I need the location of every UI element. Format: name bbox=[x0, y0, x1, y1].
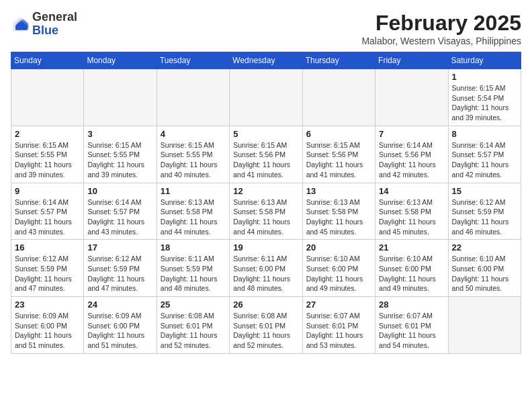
day-number: 12 bbox=[233, 186, 298, 196]
day-info: Sunrise: 6:12 AM Sunset: 5:59 PM Dayligh… bbox=[87, 254, 152, 293]
calendar-week-row: 16Sunrise: 6:12 AM Sunset: 5:59 PM Dayli… bbox=[11, 240, 521, 297]
page-header: General Blue February 2025 Malabor, West… bbox=[11, 11, 521, 46]
day-number: 8 bbox=[452, 129, 517, 139]
day-number: 9 bbox=[15, 186, 80, 196]
day-info: Sunrise: 6:13 AM Sunset: 5:58 PM Dayligh… bbox=[306, 197, 371, 237]
calendar-day-cell: 8Sunrise: 6:14 AM Sunset: 5:57 PM Daylig… bbox=[448, 126, 521, 183]
day-info: Sunrise: 6:12 AM Sunset: 5:59 PM Dayligh… bbox=[15, 254, 80, 293]
day-info: Sunrise: 6:09 AM Sunset: 6:00 PM Dayligh… bbox=[87, 311, 152, 351]
calendar-day-cell: 26Sunrise: 6:08 AM Sunset: 6:01 PM Dayli… bbox=[230, 297, 302, 354]
day-info: Sunrise: 6:15 AM Sunset: 5:55 PM Dayligh… bbox=[15, 140, 80, 180]
day-info: Sunrise: 6:15 AM Sunset: 5:55 PM Dayligh… bbox=[161, 140, 226, 180]
day-number: 25 bbox=[161, 300, 226, 310]
day-number: 6 bbox=[306, 129, 371, 139]
day-number: 13 bbox=[306, 186, 371, 196]
day-number: 3 bbox=[87, 129, 152, 139]
day-number: 17 bbox=[87, 242, 152, 253]
day-info: Sunrise: 6:14 AM Sunset: 5:56 PM Dayligh… bbox=[379, 140, 444, 180]
calendar-day-cell: 11Sunrise: 6:13 AM Sunset: 5:58 PM Dayli… bbox=[157, 183, 229, 240]
day-number: 23 bbox=[15, 300, 80, 310]
calendar-day-cell: 27Sunrise: 6:07 AM Sunset: 6:01 PM Dayli… bbox=[302, 297, 375, 354]
logo-blue-text: Blue bbox=[32, 24, 58, 37]
calendar-day-cell: 7Sunrise: 6:14 AM Sunset: 5:56 PM Daylig… bbox=[375, 126, 448, 183]
day-number: 10 bbox=[87, 186, 152, 196]
day-of-week-header: Sunday bbox=[11, 52, 84, 69]
day-info: Sunrise: 6:08 AM Sunset: 6:01 PM Dayligh… bbox=[161, 311, 226, 351]
calendar-day-cell: 15Sunrise: 6:12 AM Sunset: 5:59 PM Dayli… bbox=[448, 183, 521, 240]
calendar-day-cell: 19Sunrise: 6:11 AM Sunset: 6:00 PM Dayli… bbox=[230, 240, 302, 297]
calendar-day-cell: 21Sunrise: 6:10 AM Sunset: 6:00 PM Dayli… bbox=[375, 240, 448, 297]
calendar-week-row: 9Sunrise: 6:14 AM Sunset: 5:57 PM Daylig… bbox=[11, 183, 521, 240]
day-number: 24 bbox=[87, 300, 152, 310]
day-info: Sunrise: 6:13 AM Sunset: 5:58 PM Dayligh… bbox=[233, 197, 298, 237]
day-info: Sunrise: 6:14 AM Sunset: 5:57 PM Dayligh… bbox=[15, 197, 80, 237]
day-of-week-header: Wednesday bbox=[230, 52, 302, 69]
day-number: 18 bbox=[161, 242, 226, 253]
calendar-day-cell: 4Sunrise: 6:15 AM Sunset: 5:55 PM Daylig… bbox=[157, 126, 229, 183]
calendar-day-cell bbox=[230, 69, 302, 126]
day-info: Sunrise: 6:11 AM Sunset: 6:00 PM Dayligh… bbox=[233, 254, 298, 293]
day-info: Sunrise: 6:10 AM Sunset: 6:00 PM Dayligh… bbox=[306, 254, 371, 293]
day-info: Sunrise: 6:10 AM Sunset: 6:00 PM Dayligh… bbox=[452, 254, 517, 293]
logo: General Blue bbox=[11, 11, 77, 38]
logo-general-text: General bbox=[32, 10, 77, 24]
day-number: 5 bbox=[233, 129, 298, 139]
day-info: Sunrise: 6:15 AM Sunset: 5:55 PM Dayligh… bbox=[87, 140, 152, 180]
day-info: Sunrise: 6:13 AM Sunset: 5:58 PM Dayligh… bbox=[161, 197, 226, 237]
day-of-week-header: Saturday bbox=[448, 52, 521, 69]
day-of-week-header: Thursday bbox=[302, 52, 375, 69]
calendar-day-cell bbox=[11, 69, 84, 126]
day-info: Sunrise: 6:09 AM Sunset: 6:00 PM Dayligh… bbox=[15, 311, 80, 351]
calendar-day-cell: 20Sunrise: 6:10 AM Sunset: 6:00 PM Dayli… bbox=[302, 240, 375, 297]
day-number: 1 bbox=[452, 72, 517, 82]
day-number: 11 bbox=[161, 186, 226, 196]
calendar-day-cell: 14Sunrise: 6:13 AM Sunset: 5:58 PM Dayli… bbox=[375, 183, 448, 240]
calendar-day-cell: 22Sunrise: 6:10 AM Sunset: 6:00 PM Dayli… bbox=[448, 240, 521, 297]
calendar-day-cell: 23Sunrise: 6:09 AM Sunset: 6:00 PM Dayli… bbox=[11, 297, 84, 354]
calendar-day-cell bbox=[375, 69, 448, 126]
day-number: 14 bbox=[379, 186, 444, 196]
calendar-week-row: 1Sunrise: 6:15 AM Sunset: 5:54 PM Daylig… bbox=[11, 69, 521, 126]
day-info: Sunrise: 6:15 AM Sunset: 5:56 PM Dayligh… bbox=[233, 140, 298, 180]
day-info: Sunrise: 6:12 AM Sunset: 5:59 PM Dayligh… bbox=[452, 197, 517, 237]
calendar-day-cell: 1Sunrise: 6:15 AM Sunset: 5:54 PM Daylig… bbox=[448, 69, 521, 126]
day-info: Sunrise: 6:15 AM Sunset: 5:54 PM Dayligh… bbox=[452, 83, 517, 123]
day-number: 4 bbox=[161, 129, 226, 139]
location: Malabor, Western Visayas, Philippines bbox=[361, 36, 521, 46]
calendar-header-row: SundayMondayTuesdayWednesdayThursdayFrid… bbox=[11, 52, 521, 69]
day-number: 2 bbox=[15, 129, 80, 139]
day-info: Sunrise: 6:14 AM Sunset: 5:57 PM Dayligh… bbox=[452, 140, 517, 180]
calendar-day-cell: 13Sunrise: 6:13 AM Sunset: 5:58 PM Dayli… bbox=[302, 183, 375, 240]
day-info: Sunrise: 6:10 AM Sunset: 6:00 PM Dayligh… bbox=[379, 254, 444, 293]
calendar-day-cell: 9Sunrise: 6:14 AM Sunset: 5:57 PM Daylig… bbox=[11, 183, 84, 240]
calendar-table: SundayMondayTuesdayWednesdayThursdayFrid… bbox=[11, 52, 521, 354]
day-info: Sunrise: 6:07 AM Sunset: 6:01 PM Dayligh… bbox=[306, 311, 371, 351]
day-info: Sunrise: 6:08 AM Sunset: 6:01 PM Dayligh… bbox=[233, 311, 298, 351]
month-year: February 2025 bbox=[361, 11, 521, 36]
day-info: Sunrise: 6:07 AM Sunset: 6:01 PM Dayligh… bbox=[379, 311, 444, 351]
calendar-day-cell: 17Sunrise: 6:12 AM Sunset: 5:59 PM Dayli… bbox=[84, 240, 157, 297]
calendar-week-row: 2Sunrise: 6:15 AM Sunset: 5:55 PM Daylig… bbox=[11, 126, 521, 183]
title-block: February 2025 Malabor, Western Visayas, … bbox=[361, 11, 521, 46]
calendar-day-cell bbox=[84, 69, 157, 126]
day-info: Sunrise: 6:15 AM Sunset: 5:56 PM Dayligh… bbox=[306, 140, 371, 180]
day-number: 21 bbox=[379, 242, 444, 253]
calendar-week-row: 23Sunrise: 6:09 AM Sunset: 6:00 PM Dayli… bbox=[11, 297, 521, 354]
logo-icon bbox=[11, 15, 30, 34]
calendar-day-cell bbox=[448, 297, 521, 354]
calendar-day-cell: 25Sunrise: 6:08 AM Sunset: 6:01 PM Dayli… bbox=[157, 297, 229, 354]
day-number: 26 bbox=[233, 300, 298, 310]
day-number: 22 bbox=[452, 242, 517, 253]
calendar-day-cell: 3Sunrise: 6:15 AM Sunset: 5:55 PM Daylig… bbox=[84, 126, 157, 183]
calendar-day-cell: 24Sunrise: 6:09 AM Sunset: 6:00 PM Dayli… bbox=[84, 297, 157, 354]
day-number: 28 bbox=[379, 300, 444, 310]
calendar-day-cell: 12Sunrise: 6:13 AM Sunset: 5:58 PM Dayli… bbox=[230, 183, 302, 240]
calendar-day-cell bbox=[157, 69, 229, 126]
calendar-day-cell: 18Sunrise: 6:11 AM Sunset: 5:59 PM Dayli… bbox=[157, 240, 229, 297]
calendar-day-cell bbox=[302, 69, 375, 126]
calendar-day-cell: 5Sunrise: 6:15 AM Sunset: 5:56 PM Daylig… bbox=[230, 126, 302, 183]
calendar-day-cell: 2Sunrise: 6:15 AM Sunset: 5:55 PM Daylig… bbox=[11, 126, 84, 183]
calendar-day-cell: 28Sunrise: 6:07 AM Sunset: 6:01 PM Dayli… bbox=[375, 297, 448, 354]
day-number: 15 bbox=[452, 186, 517, 196]
calendar-day-cell: 6Sunrise: 6:15 AM Sunset: 5:56 PM Daylig… bbox=[302, 126, 375, 183]
